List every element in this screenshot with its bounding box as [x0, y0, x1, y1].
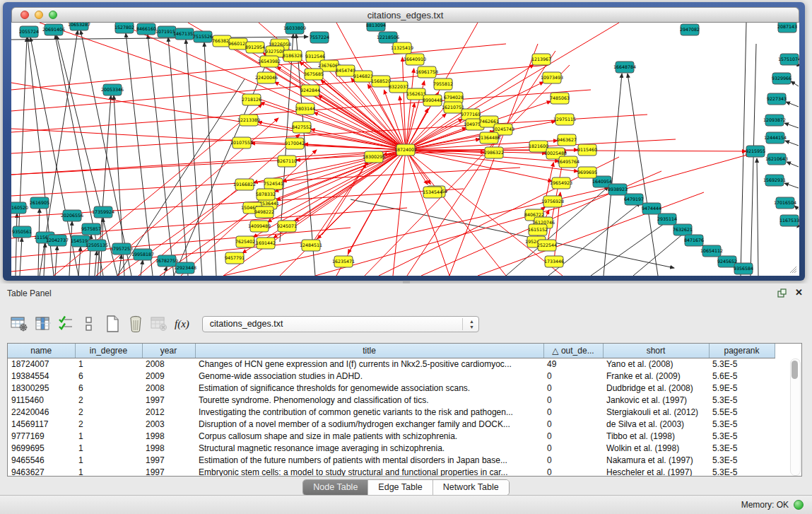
graph-node[interactable]: 9463627 [557, 134, 577, 146]
table-cell[interactable]: 0 [543, 406, 603, 418]
graph-node[interactable]: 20160520 [11, 202, 28, 214]
tab-node-table[interactable]: Node Table [303, 480, 368, 495]
graph-node[interactable]: 16543982 [258, 56, 281, 67]
table-cell[interactable]: 1 [75, 430, 142, 442]
table-row[interactable]: 1872400712008Changes of HCN gene express… [8, 358, 775, 370]
graph-node[interactable]: 7632621 [673, 224, 693, 235]
graph-node[interactable]: 8813094 [366, 23, 386, 31]
table-cell[interactable]: 5.5E-5 [709, 406, 775, 418]
graph-node[interactable]: 12505135 [86, 240, 108, 251]
table-cell[interactable]: Franke et al. (2009) [603, 370, 709, 382]
graph-node[interactable]: 20053346 [101, 84, 124, 95]
table-cell[interactable]: 6 [75, 382, 142, 394]
table-cell[interactable]: Changes of HCN gene expression and I(f) … [195, 358, 543, 370]
table-cell[interactable]: 0 [543, 454, 603, 466]
table-cell[interactable]: Dudbridge et al. (2008) [603, 382, 709, 394]
table-cell[interactable]: Corpus callosum shape and size in male p… [195, 430, 543, 442]
table-cell[interactable]: 1997 [142, 394, 195, 406]
column-header[interactable]: year [142, 344, 195, 358]
graph-node[interactable]: 8267110 [277, 156, 297, 167]
table-cell[interactable]: 19384554 [8, 370, 75, 382]
table-row[interactable]: 946362711997Embryonic stem cells: a mode… [8, 466, 775, 477]
resize-grip-icon[interactable] [789, 265, 797, 274]
graph-node[interactable]: 9457791 [225, 252, 245, 264]
column-header[interactable]: pagerank [709, 344, 775, 358]
table-vertical-scrollbar[interactable] [790, 358, 801, 476]
table-cell[interactable]: 9115460 [8, 394, 75, 406]
graph-node[interactable]: 16235471 [332, 256, 355, 267]
graph-node[interactable]: 10973493 [541, 72, 563, 83]
graph-node[interactable]: 1213967 [531, 54, 551, 65]
graph-node[interactable]: 7625402 [235, 236, 255, 247]
table-cell[interactable]: 1 [75, 466, 142, 477]
graph-node[interactable]: 8454749 [336, 65, 355, 76]
table-cell[interactable]: 1998 [142, 442, 195, 454]
table-row[interactable]: 977716911998Corpus callosum shape and si… [8, 430, 775, 442]
graph-node[interactable]: 12923448 [174, 262, 196, 274]
graph-node[interactable]: 12484511 [300, 240, 322, 251]
graph-node[interactable]: 12213389 [237, 115, 260, 126]
graph-node[interactable]: 17016504 [774, 197, 796, 209]
table-cell[interactable]: Estimation of significance thresholds fo… [195, 382, 543, 394]
graph-node[interactable]: 16961758 [416, 66, 438, 78]
table-cell[interactable]: 1 [75, 442, 142, 454]
delete-column-icon[interactable] [125, 315, 146, 333]
graph-node[interactable]: 20206556 [61, 210, 83, 221]
graph-node[interactable]: 6479197 [624, 194, 644, 205]
delete-table-icon[interactable] [148, 315, 170, 333]
graph-node[interactable]: 2803144 [295, 103, 315, 115]
table-cell[interactable]: 22420046 [8, 406, 75, 418]
table-cell[interactable]: Wolkin et al. (1998) [603, 442, 709, 454]
show-columns-icon[interactable] [32, 315, 53, 333]
table-cell[interactable]: 18724007 [8, 358, 75, 370]
table-cell[interactable]: 49 [543, 358, 603, 370]
graph-node[interactable]: 8186328 [283, 50, 302, 62]
tab-edge-table[interactable]: Edge Table [368, 480, 433, 495]
table-cell[interactable]: 0 [543, 394, 603, 406]
graph-node[interactable]: 12218506 [377, 32, 399, 43]
close-panel-icon[interactable]: ✕ [795, 287, 803, 298]
graph-node[interactable]: 22420046 [255, 72, 278, 83]
tab-network-table[interactable]: Network Table [433, 480, 509, 495]
graph-node[interactable]: 15692931 [763, 175, 786, 186]
table-cell[interactable]: 2008 [142, 358, 195, 370]
table-cell[interactable]: 5.3E-5 [709, 358, 775, 370]
graph-node[interactable]: 19166822 [233, 179, 256, 190]
graph-node[interactable]: 16033809 [283, 23, 306, 34]
table-cell[interactable]: 5.3E-5 [709, 430, 775, 442]
table-cell[interactable]: 9463627 [8, 466, 75, 477]
table-cell[interactable]: 1 [75, 454, 142, 466]
table-cell[interactable]: 0 [543, 430, 603, 442]
column-header[interactable]: short [603, 344, 709, 358]
graph-node[interactable]: 9242844 [300, 85, 320, 96]
graph-node[interactable]: 8912954 [245, 42, 265, 53]
graph-node[interactable]: 10653287 [68, 23, 90, 30]
graph-node[interactable]: 3675685 [304, 69, 324, 80]
graph-node[interactable]: 2055724 [19, 26, 39, 37]
table-cell[interactable]: Structural magnetic resonance image aver… [195, 442, 543, 454]
table-cell[interactable]: 0 [543, 382, 603, 394]
graph-node[interactable]: 19756928 [541, 196, 564, 207]
graph-node[interactable]: 7557224 [310, 32, 329, 43]
scrollbar-thumb[interactable] [792, 361, 798, 379]
graph-node[interactable]: 9215955 [746, 146, 765, 157]
graph-node[interactable]: 9575857 [81, 223, 101, 235]
table-cell[interactable]: 1 [75, 358, 142, 370]
table-mode-icon[interactable] [8, 315, 30, 333]
table-cell[interactable]: Embryonic stem cells: a model to study s… [195, 466, 543, 477]
table-cell[interactable]: 5.3E-5 [709, 454, 775, 466]
table-cell[interactable]: 9699695 [8, 442, 75, 454]
table-cell[interactable]: 2008 [142, 382, 195, 394]
table-cell[interactable]: 5.6E-5 [709, 370, 775, 382]
table-cell[interactable]: Genome-wide association studies in ADHD. [195, 370, 543, 382]
memory-ok-icon[interactable] [794, 500, 804, 510]
graph-node[interactable]: 2087143 [777, 23, 797, 33]
table-row[interactable]: 1830029562008Estimation of significance … [8, 382, 775, 394]
graph-node[interactable]: 8990448 [423, 95, 442, 106]
graph-node[interactable]: 14099489 [248, 221, 271, 232]
network-graph[interactable]: 2055724206914061065328715278028466160107… [11, 23, 799, 276]
graph-node[interactable]: 5878332 [256, 189, 276, 200]
graph-node[interactable]: 1615152 [528, 224, 548, 235]
graph-node[interactable]: 1167533 [779, 215, 799, 226]
network-window[interactable]: citations_edges.txt 20557242069140610653… [3, 2, 805, 281]
